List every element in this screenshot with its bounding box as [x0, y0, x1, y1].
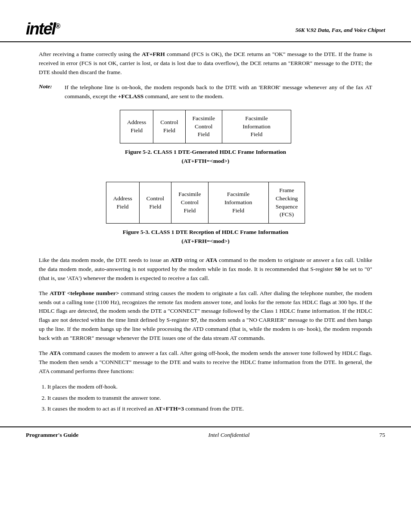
- list-item-2: It causes the modem to transmit the answ…: [47, 393, 372, 403]
- table2-col3: FacsimileControlField: [171, 182, 209, 224]
- numbered-list: It places the modem off-hook. It causes …: [39, 382, 372, 414]
- page-footer: Programmer's Guide Intel Confidential 75: [0, 426, 411, 439]
- footer-center: Intel Confidential: [209, 432, 250, 439]
- bold-atdt: ATDT <telephone number>: [50, 290, 119, 296]
- bold-ata1: ATA: [206, 257, 217, 263]
- paragraph-1: After receiving a frame correctly using …: [39, 50, 372, 77]
- list-item-1: It places the modem off-hook.: [47, 382, 372, 392]
- bold-fclass: +FCLASS: [118, 93, 143, 100]
- page: intel® 56K V.92 Data, Fax, and Voice Chi…: [0, 0, 411, 532]
- list-item-3: It causes the modem to act as if it rece…: [47, 404, 372, 414]
- figure-5-2-block: AddressField ControlField FacsimileContr…: [39, 110, 372, 173]
- table2-col4: FacsimileInformationField: [208, 182, 268, 224]
- paragraph-3: The ATDT <telephone number> command stri…: [39, 289, 372, 343]
- figure-5-3-caption: Figure 5-3. CLASS 1 DTE Reception of HDL…: [123, 228, 288, 246]
- note-label: Note:: [39, 83, 59, 101]
- table2-col2: ControlField: [139, 182, 171, 224]
- note-block: Note: If the telephone line is on-hook, …: [39, 83, 372, 101]
- table2-col1: AddressField: [106, 182, 139, 224]
- intel-logo: intel®: [26, 21, 59, 37]
- bold-atfth3: AT+FTH=3: [155, 405, 184, 412]
- figure-5-3-block: AddressField ControlField FacsimileContr…: [39, 182, 372, 253]
- bold-s0: S0: [335, 266, 341, 272]
- table2-col5: FrameCheckingSequence(FCS): [268, 182, 305, 224]
- note-text: If the telephone line is on-hook, the mo…: [65, 83, 372, 101]
- paragraph-2: Like the data modem mode, the DTE needs …: [39, 256, 372, 283]
- content-area: After receiving a frame correctly using …: [0, 50, 411, 414]
- table1-col3: FacsimileControlField: [185, 110, 222, 143]
- figure-5-2-caption: Figure 5-2. CLASS 1 DTE-Generated HDLC F…: [125, 148, 286, 165]
- bold-s7: S7: [191, 317, 197, 323]
- bold-atd: ATD: [171, 257, 183, 263]
- table1-col2: ControlField: [153, 110, 185, 143]
- figure-5-2-table: AddressField ControlField FacsimileContr…: [120, 110, 291, 144]
- footer-right: 75: [379, 432, 385, 439]
- page-header: intel® 56K V.92 Data, Fax, and Voice Chi…: [0, 13, 411, 42]
- table1-col4: FacsimileInformationField: [222, 110, 291, 143]
- table1-col1: AddressField: [120, 110, 153, 143]
- bold-atfrh: AT+FRH: [142, 51, 165, 57]
- footer-left: Programmer's Guide: [26, 432, 78, 439]
- paragraph-4: The ATA command causes the modem to answ…: [39, 349, 372, 376]
- figure-5-3-table: AddressField ControlField FacsimileContr…: [106, 182, 305, 224]
- bold-ata2: ATA: [50, 350, 61, 356]
- header-title: 56K V.92 Data, Fax, and Voice Chipset: [296, 21, 385, 34]
